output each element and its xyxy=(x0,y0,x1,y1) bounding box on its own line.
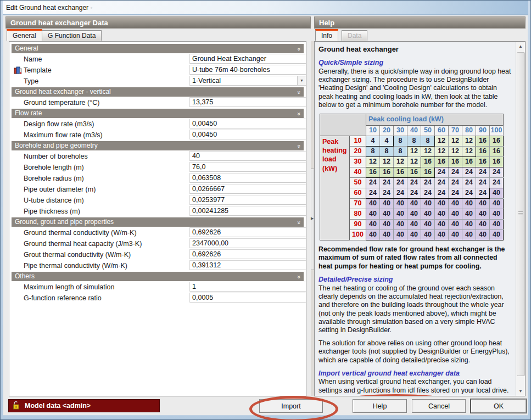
table-value-cell: 16 xyxy=(476,146,490,156)
section-flow-rate[interactable]: Flow rate» xyxy=(12,109,304,118)
col-number: 100 xyxy=(490,125,504,136)
table-value-cell: 40 xyxy=(394,229,407,240)
row-number: 20 xyxy=(350,146,366,156)
table-value-cell: 40 xyxy=(462,209,476,219)
table-value-cell: 40 xyxy=(435,209,449,219)
field-value: 0,692626 xyxy=(192,228,221,236)
scroll-down-icon[interactable]: ▼ xyxy=(516,387,525,396)
form-row: NameGround Heat Exchanger xyxy=(12,54,304,65)
ok-button[interactable]: OK xyxy=(471,399,527,413)
dropdown-arrow-icon[interactable]: ▼ xyxy=(297,76,306,85)
table-value-cell: 12 xyxy=(421,146,435,156)
help-scrollbar[interactable]: ▲ ▼ xyxy=(516,42,525,396)
table-value-cell: 24 xyxy=(407,177,421,188)
field-u-tube-distance-m[interactable]: 0,0253977 xyxy=(189,195,306,205)
scrollbar-thumb[interactable] xyxy=(517,52,525,376)
table-value-cell: 24 xyxy=(462,167,476,177)
table-value-cell: 40 xyxy=(449,219,462,229)
form-row: Pipe outer diameter (m)0,0266667 xyxy=(12,184,304,195)
tab-g-function-data[interactable]: G Function Data xyxy=(42,30,102,41)
field-value: 13,375 xyxy=(192,98,213,106)
table-value-cell: 24 xyxy=(394,188,407,198)
field-ground-temperature-c[interactable]: 13,375 xyxy=(189,97,306,107)
data-panel-title: Ground heat exchanger Data xyxy=(5,16,311,29)
table-value-cell: 40 xyxy=(380,209,394,219)
table-value-cell: 40 xyxy=(435,198,449,209)
data-panel: Ground heat exchanger Data General G Fun… xyxy=(5,16,311,397)
field-pipe-thickness-m[interactable]: 0,00241285 xyxy=(189,206,306,216)
import-button[interactable]: Import xyxy=(259,399,323,413)
field-value: U-tube 76m 40-boreholes xyxy=(192,66,270,74)
tab-general[interactable]: General xyxy=(7,29,42,41)
field-template[interactable]: U-tube 76m 40-boreholes xyxy=(189,65,306,75)
table-value-cell: 40 xyxy=(380,198,394,209)
scroll-up-icon[interactable]: ▲ xyxy=(516,42,525,51)
title-bar[interactable]: Edit Ground heat exchanger - xyxy=(3,1,528,15)
field-borehole-radius-m[interactable]: 0,063508 xyxy=(189,173,306,183)
help-text: Ground heat exchangerQuick/Simple sizing… xyxy=(315,42,516,396)
tab-data-label: Data xyxy=(348,32,361,40)
field-number-of-boreholes[interactable]: 40 xyxy=(189,151,306,161)
field-g-function-reference-ratio[interactable]: 0,0005 xyxy=(189,293,306,303)
field-label-pipe-thermal-conductivity-w-m-k: Pipe thermal conductivity (W/m-K) xyxy=(24,262,127,270)
table-value-cell: 40 xyxy=(421,198,435,209)
table-value-cell: 4 xyxy=(380,136,394,146)
section-general[interactable]: General» xyxy=(12,44,304,53)
field-pipe-outer-diameter-m[interactable]: 0,0266667 xyxy=(189,184,306,194)
table-value-cell: 12 xyxy=(366,156,380,167)
help-button[interactable]: Help xyxy=(353,399,407,413)
table-value-cell: 16 xyxy=(366,167,380,177)
form-row: Design flow rate (m3/s)0,00450 xyxy=(12,119,304,130)
table-value-cell: 16 xyxy=(490,156,504,167)
table-value-cell: 40 xyxy=(462,219,476,229)
field-maximum-flow-rate-m3-s[interactable]: 0,00450 xyxy=(189,130,306,139)
col-number: 20 xyxy=(380,125,394,136)
collapse-chevron-icon: » xyxy=(294,112,303,115)
table-value-cell: 40 xyxy=(490,188,504,198)
table-value-cell: 16 xyxy=(462,156,476,167)
row-number: 40 xyxy=(350,167,366,177)
field-label-template: Template xyxy=(24,66,52,74)
table-value-cell: 40 xyxy=(449,209,462,219)
table-value-cell: 24 xyxy=(435,167,449,177)
table-value-cell: 24 xyxy=(449,188,462,198)
status-bar: Model data <admin> xyxy=(8,399,160,412)
section-ground-heat-exchanger-vertical[interactable]: Ground heat exchanger - vertical» xyxy=(12,87,304,97)
field-value: 1 xyxy=(192,283,196,290)
cancel-button[interactable]: Cancel xyxy=(412,399,466,413)
table-value-cell: 16 xyxy=(476,136,490,146)
section-title: General xyxy=(15,44,38,52)
field-type[interactable]: 1-Vertical▼ xyxy=(189,76,306,86)
section-borehole-and-pipe-geometry[interactable]: Borehole and pipe geometry» xyxy=(12,141,304,150)
tab-general-label: General xyxy=(13,32,36,40)
field-name[interactable]: Ground Heat Exchanger xyxy=(189,54,306,64)
field-ground-thermal-conductivity-w-m-k[interactable]: 0,692626 xyxy=(189,227,306,237)
table-value-cell: 40 xyxy=(449,198,462,209)
row-number: 50 xyxy=(350,177,366,188)
data-panel-tabs: General G Function Data xyxy=(5,29,311,41)
table-value-cell: 40 xyxy=(476,219,490,229)
table-value-cell: 24 xyxy=(476,177,490,188)
table-value-cell: 24 xyxy=(421,188,435,198)
table-value-cell: 40 xyxy=(476,229,490,240)
collapse-chevron-icon: » xyxy=(294,47,303,51)
field-ground-thermal-heat-capacity-j-m3-k[interactable]: 2347000,00 xyxy=(189,238,306,248)
collapse-chevron-icon: » xyxy=(294,275,303,278)
field-borehole-length-m[interactable]: 76,0 xyxy=(189,162,306,172)
tab-data[interactable]: Data xyxy=(342,30,367,41)
field-pipe-thermal-conductivity-w-m-k[interactable]: 0,391312 xyxy=(189,260,306,270)
table-value-cell: 16 xyxy=(394,167,407,177)
field-label-number-of-boreholes: Number of boreholes xyxy=(24,153,88,160)
tab-info[interactable]: Info xyxy=(315,29,338,41)
field-grout-thermal-conductivity-w-m-k[interactable]: 0,692626 xyxy=(189,249,306,259)
help-paragraph: The net heating or cooling of the ground… xyxy=(318,284,512,335)
field-design-flow-rate-m3-s[interactable]: 0,00450 xyxy=(189,119,306,128)
field-maximum-length-of-simulation[interactable]: 1 xyxy=(189,282,306,292)
section-ground-grout-and-pipe-properties[interactable]: Ground, grout and pipe properties» xyxy=(12,217,304,227)
collapse-chevron-icon: » xyxy=(294,144,303,148)
form-row: Grout thermal conductivity (W/m-K)0,6926… xyxy=(12,249,304,260)
row-number: 30 xyxy=(350,156,366,167)
section-others[interactable]: Others» xyxy=(12,272,304,281)
col-number: 30 xyxy=(394,125,407,136)
dialog-client-area: Ground heat exchanger Data General G Fun… xyxy=(3,15,528,416)
